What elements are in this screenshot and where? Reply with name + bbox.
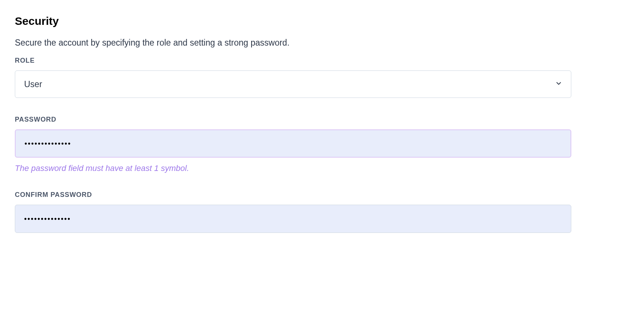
role-label: ROLE — [15, 57, 571, 65]
section-title: Security — [15, 15, 571, 27]
role-select[interactable]: User — [15, 70, 571, 98]
password-validation-message: The password field must have at least 1 … — [15, 164, 571, 173]
password-label: PASSWORD — [15, 116, 571, 123]
confirm-password-input[interactable] — [15, 205, 571, 233]
section-description: Secure the account by specifying the rol… — [15, 38, 571, 48]
password-input[interactable] — [15, 129, 571, 158]
confirm-password-label: CONFIRM PASSWORD — [15, 191, 571, 199]
